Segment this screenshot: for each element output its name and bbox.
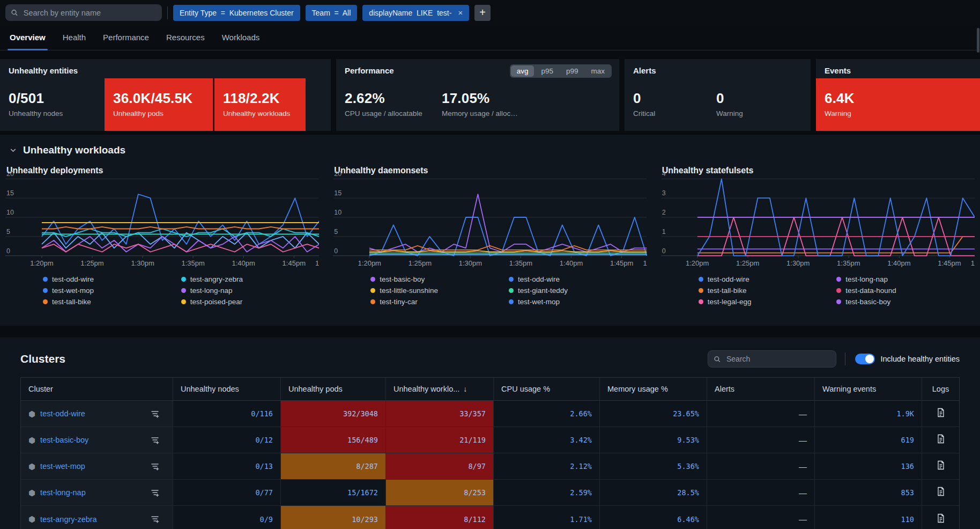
column-header-unhealthy-pods[interactable]: Unhealthy pods [281,378,386,400]
cluster-link[interactable]: test-wet-mop [40,462,146,471]
legend-item[interactable]: test-odd-wire [43,275,181,283]
document-icon[interactable] [937,513,945,525]
unhealthy-pods-cell[interactable]: 156/489 [281,427,386,453]
unhealthy-nodes-cell[interactable]: 0/116 [173,401,281,427]
cpu-usage-cell[interactable]: 1.71% [494,506,600,529]
document-icon[interactable] [937,487,945,498]
clusters-search-input[interactable] [725,354,831,364]
column-header-warning-events[interactable]: Warning events [815,378,922,400]
legend-item[interactable]: test-little-sunshine [181,309,320,310]
legend-item[interactable]: test-tall-bike [43,298,181,306]
memory-usage-cell[interactable]: 5.36% [600,453,707,479]
unhealthy-nodes-cell[interactable]: 0/9 [173,506,281,529]
warning-events-cell[interactable]: 619 [815,427,922,453]
legend-item[interactable]: test-legal-egg [699,298,837,306]
filter-add-icon[interactable] [151,409,165,418]
legend-item[interactable]: test-tall-bike [699,286,837,295]
cpu-usage-cell[interactable]: 2.59% [494,480,600,505]
legend-item[interactable]: test-long-nap [836,275,975,283]
filter-chip[interactable]: displayName LIKE test-× [362,5,469,21]
legend-item[interactable]: test-giant-teddy [509,286,647,295]
warning-events-cell[interactable]: 110 [815,506,922,529]
column-header-alerts[interactable]: Alerts [707,378,815,400]
logs-cell[interactable] [922,453,959,479]
legend-item[interactable]: test-wet-mop [43,286,181,295]
cluster-link[interactable]: test-basic-boy [40,436,146,444]
column-header-unhealthy-nodes[interactable]: Unhealthy nodes [173,378,281,400]
tab-workloads[interactable]: Workloads [216,25,266,50]
column-header-memory-usage[interactable]: Memory usage % [600,378,707,400]
logs-cell[interactable] [922,506,959,529]
unhealthy-workloads-cell[interactable]: 8/112 [386,506,494,529]
unhealthy-pods-cell[interactable]: 10/293 [281,506,386,529]
warning-events-cell[interactable]: 1.9K [815,401,922,427]
logs-cell[interactable] [922,401,959,427]
unhealthy-nodes-cell[interactable]: 0/13 [173,453,281,479]
cluster-link[interactable]: test-long-nap [40,488,146,497]
filter-add-icon[interactable] [151,515,165,524]
include-healthy-toggle[interactable] [855,354,875,364]
add-filter-button[interactable]: + [474,5,491,21]
unhealthy-workloads-cell[interactable]: 21/119 [386,427,494,453]
filter-chip[interactable]: Entity Type = Kubernetes Cluster [173,5,300,21]
legend-item[interactable]: test-tiny-car [370,298,509,306]
document-icon[interactable] [937,434,945,446]
legend-item[interactable]: test-interlinked [43,309,181,310]
legend-item[interactable]: test-odd-wire [699,275,837,283]
unhealthy-workloads-cell[interactable]: 8/253 [386,480,494,505]
document-icon[interactable] [937,460,945,472]
clusters-search-box[interactable] [708,350,836,368]
filter-add-icon[interactable] [151,488,165,497]
memory-usage-cell[interactable]: 9.53% [600,427,707,453]
document-icon[interactable] [937,408,945,420]
unhealthy-nodes-cell[interactable]: 0/12 [173,427,281,453]
legend-item[interactable]: test-basic-boy [370,275,509,283]
tab-performance[interactable]: Performance [96,25,155,50]
unhealthy-workloads-cell[interactable]: 33/357 [386,401,494,427]
memory-usage-cell[interactable]: 28.5% [600,480,707,505]
cluster-link[interactable]: test-angry-zebra [40,515,146,524]
entity-search-box[interactable] [5,4,162,21]
unhealthy-pods-cell[interactable]: 15/1672 [281,480,386,505]
logs-cell[interactable] [922,480,959,505]
cluster-link[interactable]: test-odd-wire [40,409,146,418]
filter-chip[interactable]: Team = All [306,5,358,21]
scrollbar-thumb[interactable] [977,28,979,53]
legend-item[interactable]: test-wet-mop [509,298,647,306]
column-header-logs[interactable]: Logs [922,378,959,400]
warning-events-cell[interactable]: 853 [815,480,922,505]
column-header-cluster[interactable]: Cluster [21,378,173,400]
memory-usage-cell[interactable]: 23.65% [600,401,707,427]
chevron-down-icon[interactable] [10,147,17,154]
unhealthy-pods-cell[interactable]: 8/287 [281,453,386,479]
legend-item[interactable]: test-basic-boy [836,298,975,306]
cpu-usage-cell[interactable]: 3.42% [494,427,600,453]
legend-item[interactable]: test-little-sunshine [370,286,509,295]
logs-cell[interactable] [922,427,959,453]
segment-max[interactable]: max [585,65,611,77]
filter-add-icon[interactable] [151,462,165,471]
tab-resources[interactable]: Resources [160,25,211,50]
entity-search-input[interactable] [23,8,157,18]
unhealthy-pods-cell[interactable]: 392/3048 [281,401,386,427]
legend-item[interactable]: test-data-hound [836,286,975,295]
cpu-usage-cell[interactable]: 2.12% [494,453,600,479]
legend-item[interactable]: test-long-nap [181,286,320,295]
segment-p95[interactable]: p95 [535,65,559,77]
segment-avg[interactable]: avg [511,65,534,77]
chip-close-icon[interactable]: × [457,8,463,17]
column-header-cpu-usage[interactable]: CPU usage % [494,378,600,400]
legend-item[interactable]: test-mad-ape [509,309,647,310]
tab-health[interactable]: Health [56,25,92,50]
unhealthy-workloads-cell[interactable]: 8/97 [386,453,494,479]
legend-item[interactable]: test-poised-pear [181,298,320,306]
legend-item[interactable]: test-milky-novel [370,309,509,310]
memory-usage-cell[interactable]: 6.46% [600,506,707,529]
filter-add-icon[interactable] [151,436,165,445]
cpu-usage-cell[interactable]: 2.66% [494,401,600,427]
unhealthy-nodes-cell[interactable]: 0/77 [173,480,281,505]
legend-item[interactable]: test-angry-zebra [181,275,320,283]
segment-p99[interactable]: p99 [560,65,584,77]
legend-item[interactable]: test-odd-wire [509,275,647,283]
warning-events-cell[interactable]: 136 [815,453,922,479]
